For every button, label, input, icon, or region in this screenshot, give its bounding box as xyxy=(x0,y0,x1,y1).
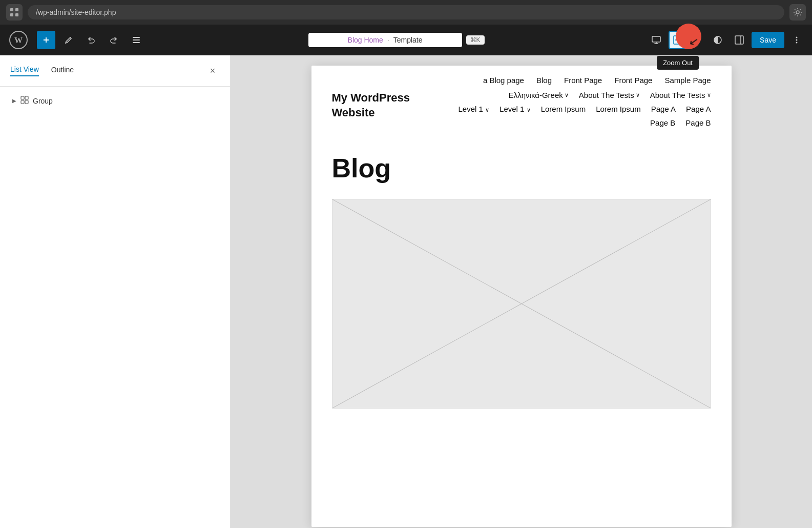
zoom-out-container: ↙ Zoom Out xyxy=(669,31,687,49)
nav-lorem-ipsum-2[interactable]: Lorem Ipsum xyxy=(596,105,641,113)
svg-rect-19 xyxy=(21,96,24,99)
zoom-out-button[interactable] xyxy=(669,31,687,49)
breadcrumb-current: Template xyxy=(393,36,423,44)
svg-rect-20 xyxy=(25,96,28,99)
site-preview: a Blog page Blog Front Page Front Page S… xyxy=(311,66,732,527)
svg-rect-2 xyxy=(10,13,13,16)
site-content: Blog xyxy=(311,132,732,419)
dropdown-arrow-5: ∨ xyxy=(527,107,531,113)
settings-panel-button[interactable] xyxy=(730,31,748,49)
nav-about-tests-1[interactable]: About The Tests ∨ xyxy=(579,91,640,99)
nav-blog-page[interactable]: a Blog page xyxy=(483,76,524,85)
nav-page-b-1[interactable]: Page B xyxy=(650,118,675,127)
svg-rect-11 xyxy=(652,36,660,42)
svg-rect-10 xyxy=(133,42,140,43)
more-options-button[interactable] xyxy=(787,31,806,49)
tab-outline[interactable]: Outline xyxy=(51,66,74,76)
site-header: a Blog page Blog Front Page Front Page S… xyxy=(311,66,732,132)
svg-point-17 xyxy=(796,39,798,40)
blog-title: Blog xyxy=(332,153,711,184)
site-nav-row-main-2: Ελληνικά-Greek ∨ About The Tests ∨ About… xyxy=(414,91,711,99)
admin-center: Blog Home · Template ⌘K xyxy=(150,33,643,47)
group-block-icon xyxy=(20,96,29,106)
tree-group-label: Group xyxy=(33,97,53,105)
nav-page-b-2[interactable]: Page B xyxy=(685,118,711,127)
site-logo[interactable]: My WordPress Website xyxy=(332,91,414,120)
site-nav-row3: Level 1 ∨ Level 1 ∨ Lorem Ipsum Lorem Ip… xyxy=(414,105,711,113)
nav-page-a-1[interactable]: Page A xyxy=(651,105,676,113)
svg-rect-1 xyxy=(15,8,18,11)
list-view-toggle-button[interactable] xyxy=(127,31,145,49)
tab-list-view[interactable]: List View xyxy=(10,65,39,76)
sidebar-close-button[interactable]: × xyxy=(205,64,220,78)
site-logo-area: My WordPress Website xyxy=(332,91,414,120)
svg-point-18 xyxy=(796,42,798,43)
canvas-area[interactable]: a Blog page Blog Front Page Front Page S… xyxy=(231,55,812,528)
tree-expand-arrow: ▶ xyxy=(12,98,16,104)
admin-right-controls: ↙ Zoom Out Save xyxy=(647,31,806,49)
dropdown-arrow: ∨ xyxy=(565,92,569,98)
svg-rect-3 xyxy=(15,13,18,16)
edit-tool-button[interactable] xyxy=(59,31,78,49)
wp-logo[interactable]: W xyxy=(6,28,31,52)
redo-button[interactable] xyxy=(105,31,123,49)
sidebar: List View Outline × ▶ Group xyxy=(0,55,231,528)
svg-text:W: W xyxy=(14,36,23,45)
save-button[interactable]: Save xyxy=(752,32,784,48)
site-nav-right: Ελληνικά-Greek ∨ About The Tests ∨ About… xyxy=(414,91,711,127)
browser-settings-icon[interactable] xyxy=(789,4,806,21)
nav-page-a-2[interactable]: Page A xyxy=(686,105,711,113)
svg-point-4 xyxy=(796,11,799,14)
site-nav-row2-container: My WordPress Website Ελληνικά-Greek ∨ Ab… xyxy=(332,91,711,127)
svg-rect-21 xyxy=(21,100,24,104)
browser-apps-icon[interactable] xyxy=(6,4,23,21)
nav-lorem-ipsum-1[interactable]: Lorem Ipsum xyxy=(541,105,586,113)
site-nav-row4: Page B Page B xyxy=(414,118,711,127)
nav-front-page-1[interactable]: Front Page xyxy=(564,76,602,85)
cursor-arrow: ↙ xyxy=(688,34,699,49)
main-layout: List View Outline × ▶ Group xyxy=(0,55,812,528)
dropdown-arrow-2: ∨ xyxy=(636,92,640,98)
shortcut-badge: ⌘K xyxy=(466,35,485,45)
breadcrumb-link[interactable]: Blog Home xyxy=(348,36,383,44)
sidebar-header: List View Outline × xyxy=(0,55,230,87)
desktop-view-button[interactable] xyxy=(647,31,665,49)
sidebar-content: ▶ Group xyxy=(0,87,230,115)
svg-point-16 xyxy=(796,36,798,38)
nav-greek[interactable]: Ελληνικά-Greek ∨ xyxy=(509,91,569,99)
nav-level1-2[interactable]: Level 1 ∨ xyxy=(499,105,531,113)
wp-admin-bar: W Blog Ho xyxy=(0,25,812,55)
nav-blog[interactable]: Blog xyxy=(536,76,552,85)
breadcrumb-separator: · xyxy=(387,36,389,44)
svg-rect-14 xyxy=(735,36,743,44)
nav-level1-1[interactable]: Level 1 ∨ xyxy=(459,105,490,113)
site-nav-row1: a Blog page Blog Front Page Front Page S… xyxy=(332,76,711,85)
url-bar[interactable]: /wp-admin/site-editor.php xyxy=(28,5,784,19)
undo-button[interactable] xyxy=(82,31,100,49)
svg-rect-0 xyxy=(10,8,13,11)
featured-image-placeholder xyxy=(332,199,711,409)
nav-front-page-2[interactable]: Front Page xyxy=(614,76,652,85)
add-block-button[interactable] xyxy=(37,31,55,49)
nav-sample-page[interactable]: Sample Page xyxy=(664,76,711,85)
style-variations-button[interactable] xyxy=(709,31,727,49)
tree-item-group[interactable]: ▶ Group xyxy=(8,93,222,109)
nav-about-tests-2[interactable]: About The Tests ∨ xyxy=(650,91,711,99)
svg-rect-22 xyxy=(25,100,28,104)
svg-rect-8 xyxy=(133,37,140,38)
breadcrumb-bar[interactable]: Blog Home · Template xyxy=(308,33,462,47)
svg-rect-9 xyxy=(133,39,140,40)
browser-chrome: /wp-admin/site-editor.php xyxy=(0,0,812,25)
dropdown-arrow-3: ∨ xyxy=(707,92,711,98)
dropdown-arrow-4: ∨ xyxy=(485,107,489,113)
